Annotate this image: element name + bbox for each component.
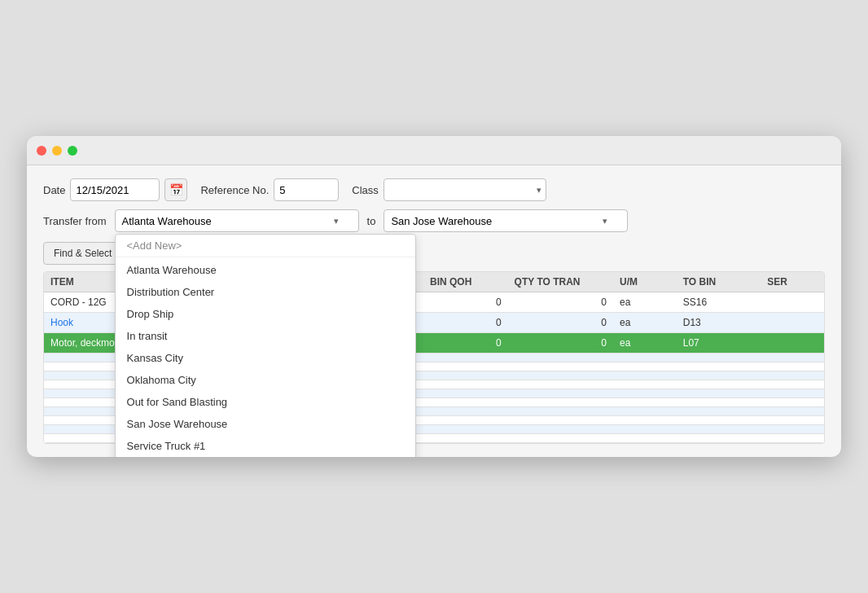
cell-qtytran: 0 [508, 313, 613, 333]
chevron-down-icon: ▾ [334, 216, 339, 226]
ref-label: Reference No. [200, 184, 269, 196]
dropdown-option-san-jose-warehouse[interactable]: San Jose Warehouse [116, 413, 415, 435]
main-window: Date 📅 Reference No. Class Transfer from [27, 136, 841, 457]
transfer-row: Transfer from Atlanta Warehouse ▾ <Add N… [43, 209, 825, 232]
date-field-group: Date 📅 [43, 178, 187, 201]
class-label: Class [352, 184, 379, 196]
dropdown-option-distribution-center[interactable]: Distribution Center [116, 281, 415, 303]
transfer-to-dropdown-container: San Jose Warehouse ▾ [384, 209, 628, 232]
date-input[interactable] [70, 178, 160, 201]
to-label: to [367, 215, 376, 227]
cell-serial [761, 333, 824, 354]
class-field-group: Class [352, 178, 546, 201]
cell-qtytran: 0 [508, 292, 613, 313]
traffic-lights [37, 146, 77, 156]
col-header-um: U/M [613, 272, 677, 292]
date-label: Date [43, 184, 65, 196]
class-select-wrapper [384, 178, 546, 201]
transfer-to-dropdown-button[interactable]: San Jose Warehouse ▾ [384, 209, 628, 232]
dropdown-option-kansas-city[interactable]: Kansas City [116, 347, 415, 369]
cell-binqoh: 0 [423, 313, 508, 333]
cell-um: ea [613, 333, 677, 354]
cell-binqoh: 0 [423, 333, 508, 354]
col-header-serial: SER [761, 272, 824, 292]
ref-input[interactable] [274, 178, 339, 201]
cell-serial [761, 313, 824, 333]
cell-serial [761, 292, 824, 313]
transfer-from-dropdown-button[interactable]: Atlanta Warehouse ▾ [115, 209, 359, 232]
item-link[interactable]: Hook [50, 317, 73, 328]
cell-qtytran: 0 [508, 333, 613, 354]
calendar-icon[interactable]: 📅 [164, 178, 187, 201]
cell-tobin: D13 [677, 313, 761, 333]
close-button[interactable] [37, 146, 46, 156]
dropdown-option-oklahoma-city[interactable]: Oklahoma City [116, 369, 415, 391]
cell-um: ea [613, 313, 677, 333]
maximize-button[interactable] [68, 146, 77, 156]
dropdown-option-in-transit[interactable]: In transit [116, 325, 415, 347]
dropdown-option-out-for-sand-blasting[interactable]: Out for Sand Blasting [116, 391, 415, 413]
dropdown-option-atlanta-warehouse[interactable]: Atlanta Warehouse [116, 259, 415, 281]
main-content: Date 📅 Reference No. Class Transfer from [27, 165, 841, 457]
dropdown-option-drop-ship[interactable]: Drop Ship [116, 303, 415, 325]
transfer-from-label: Transfer from [43, 215, 107, 227]
transfer-from-dropdown-container: Atlanta Warehouse ▾ <Add New> Atlanta Wa… [115, 209, 359, 232]
col-header-qtytran: QTY TO TRAN [508, 272, 613, 292]
minimize-button[interactable] [52, 146, 62, 156]
add-new-item[interactable]: <Add New> [116, 235, 415, 257]
transfer-from-dropdown-menu: <Add New> Atlanta Warehouse Distribution… [115, 234, 416, 457]
col-header-binqoh: BIN QOH [423, 272, 508, 292]
dropdown-option-service-truck[interactable]: Service Truck #1 [116, 435, 415, 457]
cell-binqoh: 0 [423, 292, 508, 313]
cell-um: ea [613, 292, 677, 313]
cell-tobin: L07 [677, 333, 761, 354]
transfer-to-value: San Jose Warehouse [391, 215, 603, 227]
top-form-row: Date 📅 Reference No. Class [43, 178, 825, 201]
transfer-from-value: Atlanta Warehouse [122, 215, 334, 227]
chevron-down-icon-to: ▾ [603, 216, 607, 226]
find-select-button[interactable]: Find & Select [43, 242, 122, 265]
col-header-tobin: TO BIN [677, 272, 761, 292]
titlebar [27, 136, 841, 165]
class-select[interactable] [384, 178, 546, 201]
ref-field-group: Reference No. [200, 178, 339, 201]
cell-tobin: SS16 [677, 292, 761, 313]
